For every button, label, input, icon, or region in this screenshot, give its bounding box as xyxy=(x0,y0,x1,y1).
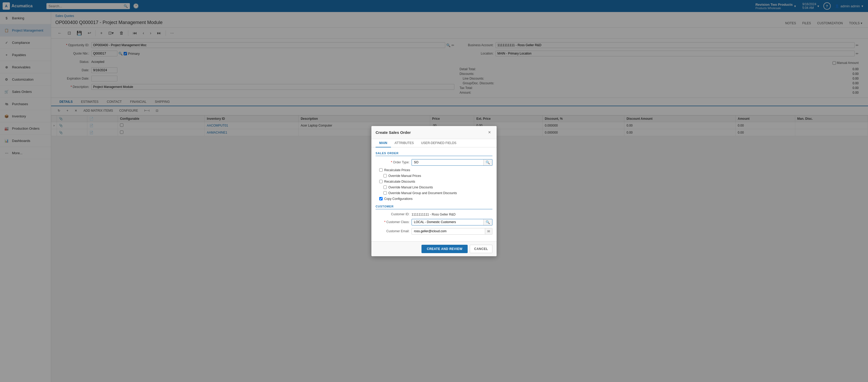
override-manual-line-discounts-checkbox[interactable] xyxy=(383,185,387,189)
modal-tab-user-defined[interactable]: USER-DEFINED FIELDS xyxy=(417,139,460,147)
override-manual-prices-checkbox[interactable] xyxy=(383,174,387,177)
copy-configurations-label[interactable]: Copy Configurations xyxy=(384,197,413,201)
override-manual-line-discounts-row: Override Manual Line Discounts xyxy=(376,185,492,189)
override-manual-prices-label[interactable]: Override Manual Prices xyxy=(389,174,421,178)
recalculate-discounts-row: Recalculate Discounts xyxy=(376,180,492,183)
recalculate-prices-checkbox[interactable] xyxy=(379,168,383,172)
modal-tabs: MAIN ATTRIBUTES USER-DEFINED FIELDS xyxy=(371,139,497,147)
customer-section-title: CUSTOMER xyxy=(376,205,492,209)
order-type-row: Order Type: 🔍 xyxy=(376,159,492,166)
customer-email-label: Customer Email: xyxy=(376,229,409,233)
customer-class-search-btn[interactable]: 🔍 xyxy=(483,219,492,225)
order-type-input[interactable] xyxy=(412,159,483,165)
recalculate-discounts-label[interactable]: Recalculate Discounts xyxy=(384,180,415,183)
override-group-doc-discounts-checkbox[interactable] xyxy=(383,191,387,195)
modal-header: Create Sales Order × xyxy=(371,126,497,139)
sales-order-section-title: SALES ORDER xyxy=(376,152,492,156)
customer-email-input-group: ✉ xyxy=(411,228,492,235)
modal-close-button[interactable]: × xyxy=(487,129,492,136)
override-manual-prices-row: Override Manual Prices xyxy=(376,174,492,178)
customer-id-label: Customer ID: xyxy=(376,212,409,216)
customer-id-row: Customer ID: 1111111111 - Ross Geller R&… xyxy=(376,212,492,216)
cancel-button[interactable]: CANCEL xyxy=(470,245,492,253)
customer-id-value: 1111111111 - Ross Geller R&D xyxy=(411,213,456,216)
order-type-search-btn[interactable]: 🔍 xyxy=(483,159,492,166)
modal-overlay: Create Sales Order × MAIN ATTRIBUTES USE… xyxy=(0,0,868,382)
recalculate-discounts-checkbox[interactable] xyxy=(379,180,383,183)
override-manual-line-discounts-label[interactable]: Override Manual Line Discounts xyxy=(389,185,433,189)
customer-email-row: Customer Email: ✉ xyxy=(376,228,492,235)
modal-footer: CREATE AND REVIEW CANCEL xyxy=(371,241,497,256)
recalculate-prices-row: Recalculate Prices xyxy=(376,168,492,172)
modal-tab-attributes[interactable]: ATTRIBUTES xyxy=(391,139,417,147)
customer-class-input[interactable] xyxy=(412,219,483,225)
customer-email-input[interactable] xyxy=(412,228,485,234)
recalculate-prices-label[interactable]: Recalculate Prices xyxy=(384,168,410,172)
create-and-review-button[interactable]: CREATE AND REVIEW xyxy=(422,245,468,253)
customer-class-input-group: 🔍 xyxy=(411,219,492,226)
override-group-doc-discounts-row: Override Manual Group and Document Disco… xyxy=(376,191,492,195)
order-type-label: Order Type: xyxy=(376,160,409,164)
create-sales-order-modal: Create Sales Order × MAIN ATTRIBUTES USE… xyxy=(371,126,497,256)
copy-configurations-row: Copy Configurations xyxy=(376,197,492,201)
order-type-input-group: 🔍 xyxy=(411,159,492,166)
modal-tab-main[interactable]: MAIN xyxy=(376,139,391,147)
override-group-doc-discounts-label[interactable]: Override Manual Group and Document Disco… xyxy=(389,191,457,195)
customer-class-row: Customer Class: 🔍 xyxy=(376,219,492,226)
copy-configurations-checkbox[interactable] xyxy=(379,197,383,200)
email-icon: ✉ xyxy=(485,228,492,234)
customer-class-label: Customer Class: xyxy=(376,220,409,224)
modal-body: SALES ORDER Order Type: 🔍 Recalculate Pr… xyxy=(371,147,497,241)
modal-title: Create Sales Order xyxy=(376,130,411,135)
